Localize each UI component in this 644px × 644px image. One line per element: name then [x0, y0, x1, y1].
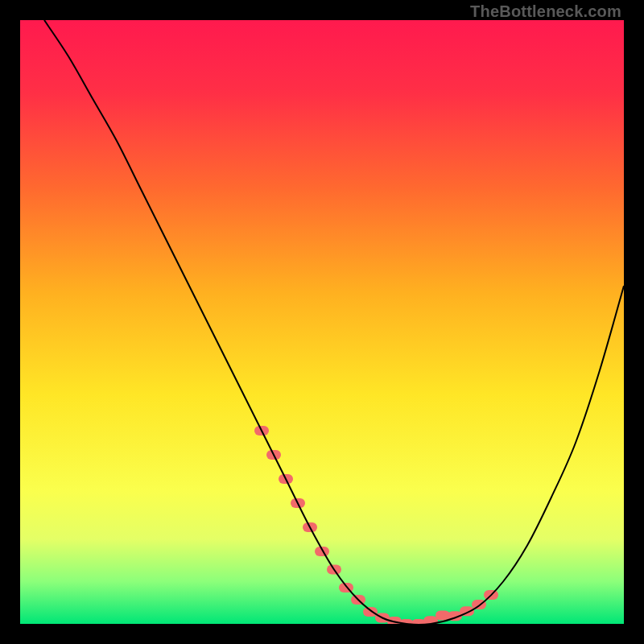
marker-point: [363, 607, 378, 617]
curve-layer: [20, 20, 624, 624]
bottleneck-curve: [44, 20, 624, 624]
marker-group: [254, 426, 498, 624]
watermark-text: TheBottleneck.com: [470, 2, 621, 21]
plot-area: [20, 20, 624, 624]
chart-frame: TheBottleneck.com: [0, 0, 644, 644]
